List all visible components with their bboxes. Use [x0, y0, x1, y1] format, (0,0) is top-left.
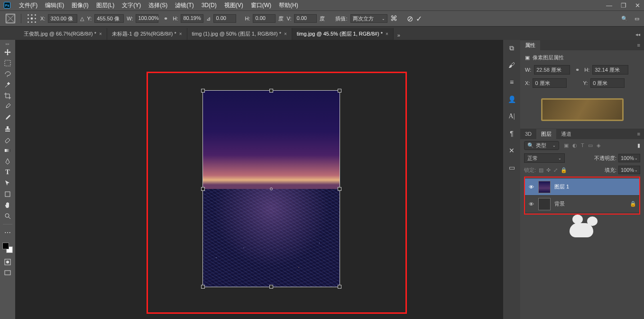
transform-handle-n[interactable]	[269, 89, 273, 93]
doc-tab-2[interactable]: timg (1).jpg @ 50% (图层 1, RGB/8#) *×	[187, 28, 292, 40]
history-panel-icon[interactable]: ⧉	[506, 43, 517, 53]
interpolation-select[interactable]: 两次立方⌄	[350, 14, 387, 23]
adjustments-panel-icon[interactable]: ≡	[506, 77, 517, 87]
styles-panel-icon[interactable]: 👤	[506, 94, 517, 104]
search-icon[interactable]: 🔍	[621, 16, 628, 22]
panel-collapse-icon[interactable]: ◂◂	[632, 31, 644, 40]
close-icon[interactable]: ✕	[635, 2, 640, 9]
blend-mode-select[interactable]: 正常⌄	[524, 153, 565, 163]
delta-icon[interactable]: △	[80, 16, 84, 22]
menu-window[interactable]: 窗口(W)	[247, 1, 275, 9]
properties-tab[interactable]: 属性	[520, 40, 540, 50]
brushes-panel-icon[interactable]: 🖌	[506, 60, 517, 70]
w-field[interactable]: 100.00%	[136, 14, 158, 23]
filter-pixel-icon[interactable]: ▣	[564, 142, 569, 149]
skew-v-field[interactable]: 0.00	[294, 14, 317, 23]
tabs-overflow-icon[interactable]: »	[395, 30, 403, 40]
menu-layer[interactable]: 图层(L)	[92, 1, 119, 9]
tab-channels[interactable]: 通道	[556, 129, 576, 139]
close-tab-icon[interactable]: ×	[284, 31, 287, 37]
transform-handle-se[interactable]	[338, 285, 341, 289]
menu-file[interactable]: 文件(F)	[15, 1, 41, 9]
menu-help[interactable]: 帮助(H)	[275, 1, 302, 9]
tab-3d[interactable]: 3D	[520, 130, 536, 138]
transform-handle-w[interactable]	[201, 187, 205, 191]
filter-type-icon[interactable]: T	[581, 142, 584, 149]
layer-row[interactable]: 👁 图层 1	[525, 178, 639, 196]
h-field[interactable]: 80.19%	[181, 14, 203, 23]
eyedropper-tool-icon[interactable]	[2, 102, 13, 112]
visibility-icon[interactable]: 👁	[528, 201, 534, 207]
filter-toggle-icon[interactable]: ▮	[637, 142, 640, 149]
prop-h-field[interactable]: 32.14 厘米	[592, 65, 628, 75]
quickmask-icon[interactable]	[2, 257, 13, 267]
hand-tool-icon[interactable]	[2, 200, 13, 210]
lock-pixels-icon[interactable]: ▨	[539, 167, 543, 173]
tab-layers[interactable]: 图层	[536, 129, 556, 139]
eraser-tool-icon[interactable]	[2, 135, 13, 144]
canvas[interactable]	[15, 40, 503, 319]
prop-y-field[interactable]: 0 厘米	[590, 78, 625, 88]
layer-thumbnail[interactable]	[538, 181, 551, 193]
panel-menu-icon[interactable]: ≡	[634, 42, 644, 48]
filter-adjust-icon[interactable]: ◐	[572, 142, 577, 149]
y-field[interactable]: 455.50 像	[94, 14, 124, 23]
path-select-tool-icon[interactable]	[2, 178, 13, 188]
layer-row[interactable]: 👁 背景 🔒	[525, 196, 639, 213]
move-tool-icon[interactable]	[2, 47, 13, 57]
filter-smart-icon[interactable]: ◈	[597, 142, 600, 149]
magic-wand-tool-icon[interactable]	[2, 80, 13, 90]
paragraph-panel-icon[interactable]: ¶	[506, 128, 517, 139]
lock-position-icon[interactable]: ✜	[546, 167, 551, 173]
lasso-tool-icon[interactable]	[2, 69, 13, 79]
angle-field[interactable]: 0.00	[213, 14, 236, 23]
pen-tool-icon[interactable]	[2, 157, 13, 166]
menu-type[interactable]: 文字(Y)	[118, 1, 145, 9]
menu-edit[interactable]: 编辑(E)	[41, 1, 68, 9]
crop-tool-icon[interactable]	[2, 91, 13, 101]
layer-name[interactable]: 图层 1	[554, 183, 569, 190]
transform-reference-point[interactable]	[270, 188, 273, 190]
stamp-tool-icon[interactable]	[2, 124, 13, 133]
filter-shape-icon[interactable]: ▭	[588, 142, 593, 149]
color-swatches[interactable]	[2, 243, 13, 253]
x-field[interactable]: 320.00 像	[48, 14, 77, 23]
transform-bounds[interactable]	[202, 90, 340, 287]
visibility-icon[interactable]: 👁	[528, 184, 534, 190]
menu-view[interactable]: 视图(V)	[221, 1, 247, 9]
shape-tool-icon[interactable]	[2, 189, 13, 199]
transform-handle-nw[interactable]	[201, 89, 205, 93]
transform-handle-s[interactable]	[269, 285, 273, 289]
opacity-field[interactable]: 100%⌄	[618, 154, 640, 162]
doc-tab-0[interactable]: 王俊凯.jpg @ 66.7%(RGB/8#) *×	[19, 28, 107, 40]
commit-transform-icon[interactable]: ✓	[416, 14, 422, 23]
close-tab-icon[interactable]: ×	[99, 31, 102, 37]
menu-filter[interactable]: 滤镜(T)	[171, 1, 197, 9]
warp-icon[interactable]: ⌘	[390, 14, 397, 23]
transform-handle-sw[interactable]	[201, 285, 205, 289]
transform-handle-e[interactable]	[338, 187, 341, 191]
zoom-tool-icon[interactable]	[2, 211, 13, 221]
prop-x-field[interactable]: 0 厘米	[533, 78, 567, 88]
text-tool-icon[interactable]: T	[2, 168, 13, 177]
brush-tool-icon[interactable]	[2, 113, 13, 122]
doc-tab-1[interactable]: 未标题-1 @ 25%(RGB/8#) *×	[107, 28, 187, 40]
panel-menu-icon[interactable]: ≡	[634, 131, 644, 137]
swatches-panel-icon[interactable]: ✕	[506, 145, 517, 156]
lock-all-icon[interactable]: 🔒	[561, 167, 567, 173]
doc-tab-3[interactable]: timg.jpg @ 45.5% (图层 1, RGB/8#) *×	[292, 28, 394, 40]
prop-w-field[interactable]: 22.58 厘米	[534, 65, 570, 75]
skew-h-field[interactable]: 0.00	[253, 14, 276, 23]
layer-filter-select[interactable]: 🔍类型⌄	[524, 141, 559, 150]
foreground-color-swatch[interactable]	[2, 243, 9, 249]
menu-select[interactable]: 选择(S)	[145, 1, 171, 9]
menu-3d[interactable]: 3D(D)	[198, 2, 221, 9]
lock-artboard-icon[interactable]: ⤢	[553, 167, 558, 173]
close-tab-icon[interactable]: ×	[179, 31, 182, 37]
character-panel-icon[interactable]: A|	[506, 111, 517, 122]
link-icon[interactable]: ⚭	[161, 15, 170, 22]
fill-field[interactable]: 100%⌄	[618, 166, 640, 174]
libraries-panel-icon[interactable]: ▭	[506, 162, 517, 173]
maximize-icon[interactable]: ❐	[621, 2, 626, 9]
cancel-transform-icon[interactable]: ⊘	[407, 14, 413, 23]
